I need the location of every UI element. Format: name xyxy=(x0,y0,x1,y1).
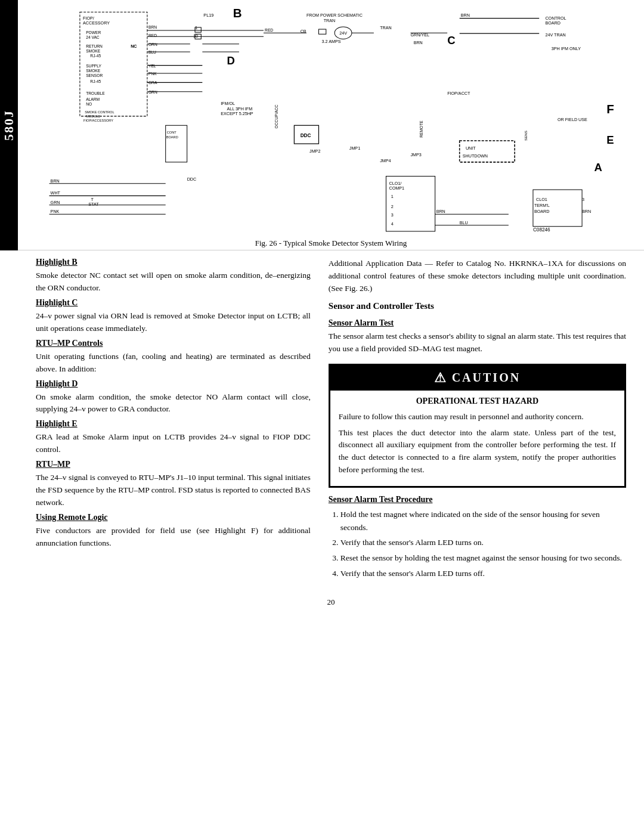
caution-body: OPERATIONAL TEST HAZARD Failure to follo… xyxy=(330,391,624,487)
svg-text:F: F xyxy=(606,102,614,116)
svg-text:24V TRAN: 24V TRAN xyxy=(545,33,565,38)
highlight-b-heading: Highlight B xyxy=(36,258,311,267)
section-highlight-c: Highlight C 24–v power signal via ORN le… xyxy=(36,298,311,335)
svg-text:RJ-45: RJ-45 xyxy=(90,54,101,58)
svg-text:1: 1 xyxy=(391,194,394,199)
svg-text:GRN/YEL: GRN/YEL xyxy=(411,33,430,38)
svg-text:3PH IFM ONLY: 3PH IFM ONLY xyxy=(552,47,581,51)
svg-text:PL19: PL19 xyxy=(203,13,213,18)
svg-text:FIOP/ACCESSORY: FIOP/ACCESSORY xyxy=(83,119,113,122)
svg-text:NO: NO xyxy=(86,102,92,106)
sensor-tests-heading: Sensor and Controller Tests xyxy=(329,301,626,311)
caution-box: ⚠ CAUTION OPERATIONAL TEST HAZARD Failur… xyxy=(329,364,626,488)
svg-text:TROUBLE: TROUBLE xyxy=(86,91,105,95)
highlight-c-text: 24–v power signal via ORN lead is remove… xyxy=(36,310,311,335)
procedure-heading: Sensor Alarm Test Procedure xyxy=(329,495,626,504)
svg-text:COMP1: COMP1 xyxy=(389,186,405,191)
svg-text:MODULE: MODULE xyxy=(86,114,100,118)
procedure-item-4: Verify that the sensor's Alarm LED turns… xyxy=(340,567,626,580)
svg-text:T: T xyxy=(91,197,94,202)
svg-text:DDC: DDC xyxy=(301,133,311,138)
svg-text:REMOTE: REMOTE xyxy=(419,120,423,138)
svg-text:ALARM: ALARM xyxy=(86,97,100,101)
svg-text:GRN: GRN xyxy=(148,90,157,94)
highlight-c-heading: Highlight C xyxy=(36,298,311,308)
svg-text:C08246: C08246 xyxy=(533,227,550,233)
svg-text:CLO1/: CLO1/ xyxy=(389,181,402,186)
svg-text:DDC: DDC xyxy=(187,177,197,182)
rtu-mp-text: The 24–v signal is conveyed to RTU–MP's … xyxy=(36,472,311,509)
procedure-item-1: Hold the test magnet where indicated on … xyxy=(340,508,626,534)
svg-text:E: E xyxy=(606,134,614,146)
svg-text:OCCUP/ACC: OCCUP/ACC xyxy=(274,104,278,128)
svg-text:3: 3 xyxy=(391,213,394,218)
svg-text:BLU: BLU xyxy=(148,50,156,54)
diagram-caption: Fig. 26 - Typical Smoke Detector System … xyxy=(30,235,632,252)
svg-text:BRN: BRN xyxy=(436,209,445,214)
svg-text:D: D xyxy=(227,54,234,67)
section-highlight-d: Highlight D On smoke alarm condition, th… xyxy=(36,379,311,416)
procedure-list: Hold the test magnet where indicated on … xyxy=(329,508,626,580)
svg-text:PNK: PNK xyxy=(51,209,60,214)
svg-text:CLO1: CLO1 xyxy=(536,197,547,202)
svg-text:SMOKE CONTROL: SMOKE CONTROL xyxy=(85,110,114,114)
warning-icon: ⚠ xyxy=(434,370,446,386)
svg-text:4: 4 xyxy=(391,222,394,227)
svg-text:CONTROL: CONTROL xyxy=(545,16,566,21)
svg-text:2: 2 xyxy=(391,205,394,209)
highlight-d-text: On smoke alarm condition, the smoke dete… xyxy=(36,391,311,416)
svg-text:STAT: STAT xyxy=(88,202,99,207)
caution-header: ⚠ CAUTION xyxy=(330,366,624,391)
svg-text:JMP3: JMP3 xyxy=(411,153,422,157)
svg-text:BOARD: BOARD xyxy=(534,209,550,214)
svg-text:ACCESSORY: ACCESSORY xyxy=(83,21,110,26)
using-remote-logic-text: Five conductors are provided for field u… xyxy=(36,525,311,550)
svg-text:RED: RED xyxy=(148,33,157,38)
caution-title: CAUTION xyxy=(452,371,521,385)
highlight-b-text: Smoke detector NC contact set will open … xyxy=(36,270,311,295)
svg-text:OR FIELD USE: OR FIELD USE xyxy=(558,117,587,122)
svg-text:TRAN: TRAN xyxy=(380,26,392,30)
svg-text:CONT: CONT xyxy=(167,131,177,134)
svg-text:EXCEPT 5.25HP: EXCEPT 5.25HP xyxy=(221,112,253,116)
page-number: 20 xyxy=(18,589,644,613)
svg-text:3: 3 xyxy=(582,197,584,202)
svg-text:WHT: WHT xyxy=(51,191,61,196)
svg-text:B: B xyxy=(233,6,242,19)
rtu-mp-controls-text: Unit operating functions (fan, cooling a… xyxy=(36,351,311,376)
highlight-d-heading: Highlight D xyxy=(36,379,311,389)
svg-text:BRN: BRN xyxy=(414,41,423,45)
svg-text:A: A xyxy=(595,161,602,174)
svg-text:FIOP/: FIOP/ xyxy=(83,16,94,21)
section-rtu-mp: RTU–MP The 24–v signal is conveyed to RT… xyxy=(36,460,311,509)
svg-text:TRAN: TRAN xyxy=(324,18,336,23)
vertical-label-text: 580J xyxy=(1,110,17,141)
svg-text:IFM/OL: IFM/OL xyxy=(221,101,235,106)
svg-text:JMP1: JMP1 xyxy=(349,146,360,151)
rtu-mp-heading: RTU–MP xyxy=(36,460,311,469)
svg-text:YEL: YEL xyxy=(148,64,156,68)
svg-text:FIOP/ACCT: FIOP/ACCT xyxy=(447,91,470,96)
svg-text:FROM POWER SCHEMATIC: FROM POWER SCHEMATIC xyxy=(306,13,363,18)
svg-text:BOARD: BOARD xyxy=(545,21,561,26)
svg-text:POWER: POWER xyxy=(86,30,101,35)
svg-text:1: 1 xyxy=(195,26,197,30)
main-content: Highlight B Smoke detector NC contact se… xyxy=(18,250,644,589)
svg-text:BRN: BRN xyxy=(582,209,591,214)
svg-text:UNIT: UNIT xyxy=(466,146,476,151)
intro-text: Additional Application Data — Refer to C… xyxy=(329,258,626,295)
svg-text:ALL 3PH IFM: ALL 3PH IFM xyxy=(227,107,252,112)
svg-text:SENS: SENS xyxy=(524,131,528,141)
svg-text:10: 10 xyxy=(193,34,198,39)
wiring-diagram: FIOP/ ACCESSORY POWER 24 VAC RETURN SMOK… xyxy=(30,6,632,233)
svg-text:24 VAC: 24 VAC xyxy=(86,35,100,39)
svg-text:NC: NC xyxy=(131,44,137,49)
caution-subheading: OPERATIONAL TEST HAZARD xyxy=(339,397,616,406)
svg-text:TERM'L: TERM'L xyxy=(534,203,550,208)
svg-text:BRN: BRN xyxy=(148,25,157,29)
svg-text:24V: 24V xyxy=(339,31,347,36)
svg-text:GRA: GRA xyxy=(148,80,157,85)
highlight-e-heading: Highlight E xyxy=(36,419,311,429)
svg-text:RJ-45: RJ-45 xyxy=(90,79,101,83)
svg-text:PNK: PNK xyxy=(148,72,157,76)
